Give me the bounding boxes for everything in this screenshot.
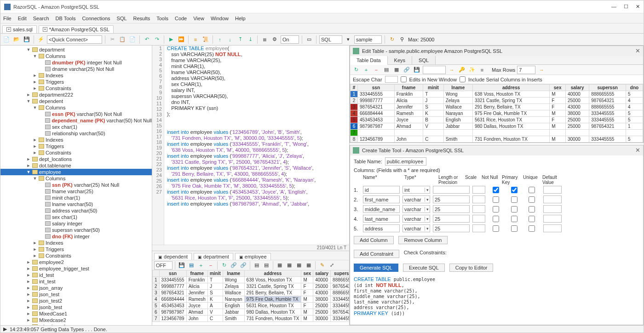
grid1-icon[interactable]: ▤ bbox=[253, 261, 261, 270]
expand-icon[interactable]: ⤢ bbox=[328, 261, 336, 270]
first-icon[interactable]: ⤒ bbox=[236, 35, 244, 44]
save-icon[interactable]: 💾 bbox=[23, 35, 31, 44]
menu-code[interactable]: Code bbox=[175, 16, 187, 21]
generate-sql-button[interactable]: Generate SQL bbox=[354, 264, 398, 272]
format-icon[interactable]: ≡ bbox=[191, 35, 200, 44]
et-go-icon[interactable]: → bbox=[448, 66, 456, 74]
edit-icon[interactable]: ✎ bbox=[318, 261, 326, 270]
tree-item[interactable]: relationship varchar(50) bbox=[0, 130, 152, 137]
history-icon[interactable]: 📜 bbox=[201, 35, 210, 44]
col-length-input[interactable] bbox=[433, 195, 470, 203]
tree-item[interactable]: ►Triggers bbox=[0, 246, 152, 253]
copy-to-editor-button[interactable]: Copy to Editor bbox=[449, 264, 494, 272]
col-notnull-checkbox[interactable] bbox=[493, 216, 499, 222]
add-constraint-button[interactable]: Add Constraint bbox=[354, 250, 399, 258]
new-file-icon[interactable]: 📄 bbox=[2, 35, 11, 44]
run-all-icon[interactable]: ⏩ bbox=[177, 35, 185, 44]
export3-icon[interactable]: ▦ bbox=[295, 261, 303, 270]
col-type-select[interactable]: varchar bbox=[402, 224, 430, 232]
result-tab-dependent[interactable]: ▣ dependent bbox=[154, 253, 192, 260]
max-rows-input[interactable] bbox=[517, 66, 535, 74]
col-pk-checkbox[interactable] bbox=[511, 187, 518, 193]
tree-item[interactable]: ssn (PK) varchar(25) Not Null bbox=[0, 182, 152, 188]
create-table-close-icon[interactable]: ✕ bbox=[635, 147, 640, 154]
tree-item[interactable]: ►dept_locations bbox=[0, 156, 152, 162]
escape-char-input[interactable] bbox=[385, 76, 398, 83]
copy-icon[interactable]: 📋 bbox=[118, 35, 126, 44]
col-notnull-checkbox[interactable] bbox=[493, 206, 499, 212]
tree-item[interactable]: ▼Columns bbox=[0, 104, 152, 111]
col-type-select[interactable]: int bbox=[402, 186, 430, 194]
tree-item[interactable]: ►MixedCase1 bbox=[0, 310, 152, 317]
et-link-icon[interactable]: 🔗 bbox=[402, 66, 411, 74]
col-unique-checkbox[interactable] bbox=[529, 187, 535, 193]
lang-select[interactable] bbox=[319, 35, 342, 44]
tree-item[interactable]: ►employee2 bbox=[0, 259, 152, 265]
close-button[interactable]: ✕ bbox=[636, 4, 640, 10]
menu-connections[interactable]: Connections bbox=[82, 16, 110, 21]
result-tab-employee[interactable]: ▣ employee bbox=[235, 253, 271, 260]
tree-item[interactable]: ►int_test bbox=[0, 278, 152, 285]
edits-new-window-checkbox[interactable] bbox=[401, 76, 407, 82]
connect-icon[interactable]: ⚡ bbox=[37, 35, 45, 44]
tree-item[interactable]: ▼Columns bbox=[0, 175, 152, 182]
maximize-button[interactable]: ☐ bbox=[624, 4, 628, 10]
menu-help[interactable]: Help bbox=[235, 16, 246, 21]
tree-item[interactable]: ►Indexes bbox=[0, 240, 152, 246]
result-tab-department[interactable]: ▣ department bbox=[194, 253, 233, 260]
edit-tab-table-data[interactable]: Table Data bbox=[350, 56, 388, 65]
col-length-input[interactable] bbox=[433, 224, 470, 232]
et-key-icon[interactable]: 🔑 bbox=[458, 66, 466, 74]
sql-editor[interactable]: 1234567891011121314151617181920212223242… bbox=[152, 46, 349, 245]
tree-item[interactable]: ▼dependent bbox=[0, 98, 152, 104]
col-type-select[interactable]: varchar bbox=[402, 205, 430, 213]
col-default-input[interactable] bbox=[543, 205, 562, 213]
tree-item[interactable]: ►department222 bbox=[0, 92, 152, 98]
col-pk-checkbox[interactable] bbox=[511, 206, 518, 212]
run-icon[interactable]: ▶ bbox=[167, 35, 175, 44]
schema-select[interactable] bbox=[354, 35, 382, 44]
col-unique-checkbox[interactable] bbox=[529, 216, 535, 222]
link2-icon[interactable]: 🔗 bbox=[239, 261, 247, 270]
edit-table-grid[interactable]: #ssnfnameminitlnameaddresssexsalarysuper… bbox=[350, 84, 643, 143]
edit-tab-keys[interactable]: Keys bbox=[388, 56, 412, 64]
tree-item[interactable]: ►json_test bbox=[0, 291, 152, 298]
tree-item[interactable]: ►employee_trigger_test bbox=[0, 265, 152, 272]
col-name-input[interactable] bbox=[363, 224, 400, 232]
tree-item[interactable]: dname varchar(25) Not Null bbox=[0, 66, 152, 72]
open-file-icon[interactable]: 📂 bbox=[12, 35, 21, 44]
menu-results[interactable]: Results bbox=[133, 16, 150, 21]
et-add-icon[interactable]: + bbox=[362, 66, 370, 74]
undo-icon[interactable]: ↶ bbox=[143, 35, 151, 44]
tree-item[interactable]: ►Constraints bbox=[0, 85, 152, 92]
col-name-input[interactable] bbox=[363, 205, 400, 213]
grid2-icon[interactable]: ▤ bbox=[262, 261, 270, 270]
tree-item[interactable]: ►Triggers bbox=[0, 79, 152, 85]
edit-table-close-icon[interactable]: ✕ bbox=[635, 47, 640, 54]
tree-item[interactable]: ►jsonb_test bbox=[0, 304, 152, 310]
serial-cols-checkbox[interactable] bbox=[460, 76, 466, 82]
tree-item[interactable]: ►Indexes bbox=[0, 137, 152, 143]
et-refresh-icon[interactable]: ↻ bbox=[352, 66, 360, 74]
et-grid-icon[interactable]: ▦ bbox=[392, 66, 401, 74]
tree-item[interactable]: address varchar(50) bbox=[0, 207, 152, 214]
col-pk-checkbox[interactable] bbox=[511, 196, 518, 203]
refresh-result-icon[interactable]: ↻ bbox=[220, 261, 228, 270]
doc-tab[interactable]: ×*Amazon PostgreSQL SSL bbox=[39, 25, 114, 33]
filter-result-icon[interactable]: ▤ bbox=[187, 261, 196, 270]
tree-item[interactable]: lname varchar(50) bbox=[0, 201, 152, 207]
redo-icon[interactable]: ↷ bbox=[153, 35, 161, 44]
col-unique-checkbox[interactable] bbox=[529, 196, 535, 203]
col-type-select[interactable]: varchar bbox=[402, 215, 430, 223]
tree-item[interactable]: fname varchar(25) bbox=[0, 188, 152, 195]
et-apply-icon[interactable]: → bbox=[537, 66, 546, 74]
tab-close-icon[interactable]: × bbox=[43, 27, 47, 32]
add-column-button[interactable]: Add Column bbox=[354, 236, 394, 244]
tree-item[interactable]: ►Indexes bbox=[0, 72, 152, 79]
menu-sql[interactable]: SQL bbox=[117, 16, 127, 21]
refresh-icon[interactable]: ↻ bbox=[388, 35, 396, 44]
col-unique-checkbox[interactable] bbox=[529, 206, 535, 212]
col-name-input[interactable] bbox=[363, 215, 400, 223]
del-row-icon[interactable]: − bbox=[207, 261, 215, 270]
col-unique-checkbox[interactable] bbox=[529, 225, 535, 232]
